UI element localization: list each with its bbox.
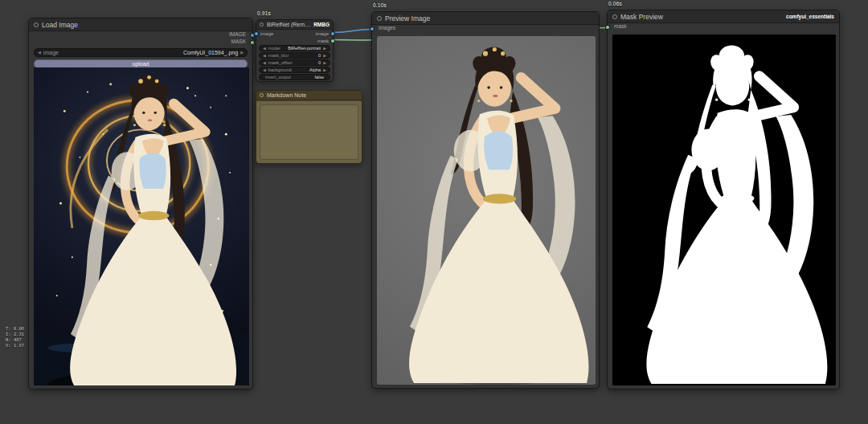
collapse-dot-icon[interactable] — [260, 22, 264, 26]
node-pack-badge: RMBG — [313, 22, 330, 27]
io-row-image: image image — [256, 30, 333, 37]
loaded-image-preview — [34, 67, 249, 385]
preview-image-output — [377, 36, 596, 385]
increment-arrow-icon[interactable]: ▶ — [323, 54, 326, 58]
node-title-bar[interactable]: Load Image — [29, 18, 252, 31]
node-mask-preview[interactable]: Mask Preview comfyui_essentials mask — [607, 10, 840, 389]
decrement-arrow-icon[interactable]: ◀ — [263, 47, 266, 51]
input-row-images: images — [372, 25, 599, 32]
figure-silhouette — [409, 47, 588, 383]
decrement-arrow-icon[interactable]: ◀ — [38, 51, 41, 55]
debug-line: T: 0.06 — [6, 326, 24, 332]
debug-overlay: T: 0.06 I: 2.31 N: 487 V: 1.97 — [6, 326, 24, 349]
debug-line: I: 2.31 — [6, 332, 24, 337]
mask-preview-output — [612, 35, 836, 385]
background-combo-widget[interactable]: ◀ background Alpha ▶ — [259, 67, 330, 73]
collapse-dot-icon[interactable] — [260, 93, 264, 97]
slot-image-input[interactable] — [254, 31, 259, 36]
exec-time-badge: 0.91s — [257, 10, 271, 16]
node-title-bar[interactable]: Mask Preview comfyui_essentials — [608, 10, 839, 23]
slot-image-output[interactable] — [330, 31, 335, 36]
collapse-dot-icon[interactable] — [612, 14, 617, 19]
node-title-bar[interactable]: Preview Image — [372, 12, 599, 25]
increment-arrow-icon[interactable]: ▶ — [323, 61, 326, 65]
decrement-arrow-icon[interactable]: ◀ — [263, 68, 266, 72]
node-title: Load Image — [42, 21, 78, 29]
mask-offset-widget[interactable]: ◀ mask_offset 0 ▶ — [259, 59, 330, 66]
exec-time-badge: 0.10s — [373, 2, 387, 8]
model-combo-widget[interactable]: ◀ model BiRefNet-portrait ▶ — [259, 45, 330, 51]
widget-value: ComfyUI_01594_.png — [183, 50, 238, 55]
increment-arrow-icon[interactable]: ▶ — [323, 68, 326, 72]
wire-rmbg-to-preview — [334, 30, 371, 33]
output-row-mask: MASK — [29, 39, 252, 46]
collapse-dot-icon[interactable] — [34, 22, 39, 27]
node-birefnet-rmbg[interactable]: BiRefNet (RemBG) RMBG image image mask ◀… — [256, 19, 334, 82]
output-row-mask: mask — [256, 37, 333, 44]
figure-silhouette — [70, 75, 236, 385]
exec-time-badge: 0.06s — [608, 1, 622, 6]
decrement-arrow-icon[interactable]: ◀ — [263, 54, 266, 58]
input-row-mask: mask — [608, 23, 839, 31]
slot-mask-output[interactable] — [250, 40, 255, 45]
node-title-bar[interactable]: BiRefNet (RemBG) RMBG — [256, 20, 333, 30]
note-content[interactable] — [260, 104, 358, 160]
slot-images-input[interactable] — [370, 26, 375, 31]
node-title: Mask Preview — [620, 13, 663, 21]
node-title: Markdown Note — [267, 92, 306, 98]
output-row-image: IMAGE — [29, 31, 252, 39]
debug-line: N: 487 — [6, 337, 24, 343]
node-markdown-note[interactable]: Markdown Note — [256, 90, 362, 164]
increment-arrow-icon[interactable]: ▶ — [323, 47, 326, 51]
note-body[interactable] — [256, 101, 362, 163]
debug-line: V: 1.97 — [6, 343, 24, 349]
node-preview-image[interactable]: Preview Image images — [371, 11, 600, 389]
decrement-arrow-icon[interactable]: ◀ — [263, 61, 266, 65]
widget-label: image — [43, 50, 59, 55]
collapse-dot-icon[interactable] — [377, 16, 382, 21]
node-pack-badge: comfyui_essentials — [786, 14, 834, 19]
slot-mask-input[interactable] — [605, 25, 610, 30]
increment-arrow-icon[interactable]: ▶ — [240, 51, 244, 55]
node-title: Preview Image — [385, 14, 430, 22]
node-title-bar[interactable]: Markdown Note — [256, 91, 362, 100]
mask-blur-widget[interactable]: ◀ mask_blur 0 ▶ — [259, 52, 330, 59]
node-graph-canvas[interactable]: Load Image IMAGE MASK ◀ image ComfyUI_01… — [0, 0, 868, 424]
invert-output-toggle[interactable]: invert_output false — [259, 74, 330, 80]
figure-mask-silhouette — [646, 46, 827, 384]
image-combo-widget[interactable]: ◀ image ComfyUI_01594_.png ▶ — [34, 48, 248, 57]
slot-mask-output[interactable] — [330, 39, 335, 43]
node-load-image[interactable]: Load Image IMAGE MASK ◀ image ComfyUI_01… — [28, 18, 253, 389]
node-title: BiRefNet (RemBG) — [267, 22, 310, 27]
